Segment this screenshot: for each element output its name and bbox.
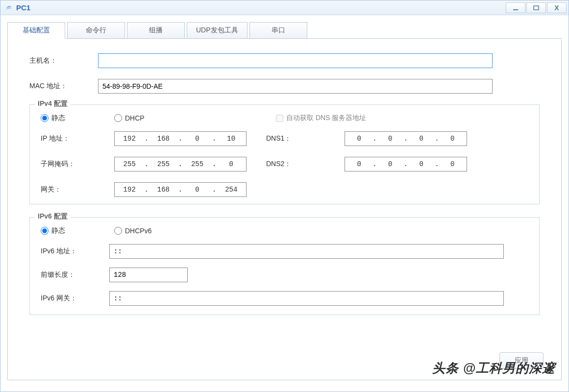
close-button[interactable]: X (547, 2, 567, 13)
subnet-mask-input[interactable]: 255. 255. 255. 0 (114, 157, 247, 172)
titlebar: PC1 X (0, 0, 569, 15)
tab-basic[interactable]: 基础配置 (7, 22, 65, 39)
hostname-label: 主机名： (29, 56, 98, 65)
hostname-input[interactable] (98, 53, 493, 68)
window-controls: X (506, 2, 567, 13)
app-window: PC1 X 基础配置 命令行 组播 UDP发包工具 串口 主机名： MAC 地址… (0, 0, 569, 392)
ipv6-static-radio[interactable] (41, 227, 49, 235)
ipv4-static-label: 静态 (51, 114, 65, 122)
ipv4-dhcp-label: DHCP (125, 114, 145, 122)
mac-input[interactable] (98, 79, 493, 94)
ipv6-fieldset: IPv6 配置 静态 DHCPv6 IPv6 地址： 前 (29, 217, 540, 315)
tab-multicast[interactable]: 组播 (127, 22, 185, 39)
ipv6-legend: IPv6 配置 (35, 212, 71, 221)
mac-label: MAC 地址： (29, 82, 98, 91)
ipv4-static-radio[interactable] (41, 114, 49, 122)
ipv6-gateway-input[interactable] (109, 291, 504, 306)
content: 基础配置 命令行 组播 UDP发包工具 串口 主机名： MAC 地址： IPv4… (0, 15, 569, 392)
auto-dns-checkbox[interactable] (276, 115, 283, 122)
ip-label: IP 地址： (41, 134, 95, 143)
tab-cmd[interactable]: 命令行 (67, 22, 125, 39)
dns2-label: DNS2： (266, 160, 325, 169)
apply-button[interactable]: 应用 (499, 352, 544, 369)
dns2-input[interactable]: 0. 0. 0. 0 (345, 157, 467, 172)
tab-bar: 基础配置 命令行 组播 UDP发包工具 串口 (7, 22, 562, 39)
tab-serial[interactable]: 串口 (249, 22, 307, 39)
ipv6-addr-label: IPv6 地址： (41, 247, 109, 256)
minimize-button[interactable] (506, 2, 525, 13)
auto-dns-label: 自动获取 DNS 服务器地址 (286, 114, 366, 122)
app-icon (4, 3, 13, 12)
ipv6-static-option[interactable]: 静态 (41, 226, 114, 235)
ipv6-address-input[interactable] (109, 244, 504, 259)
ip-address-input[interactable]: 192. 168. 0. 10 (114, 131, 247, 146)
gateway-input[interactable]: 192. 168. 0. 254 (114, 182, 247, 197)
ipv6-dhcp-option[interactable]: DHCPv6 (114, 227, 188, 235)
tab-udp[interactable]: UDP发包工具 (187, 22, 247, 39)
ipv4-dhcp-option[interactable]: DHCP (114, 114, 276, 122)
ipv6-prefix-label: 前缀长度： (41, 270, 109, 279)
ipv4-legend: IPv4 配置 (35, 99, 71, 108)
svg-rect-1 (534, 6, 539, 10)
maximize-button[interactable] (526, 2, 546, 13)
ipv4-dhcp-radio[interactable] (114, 114, 122, 122)
ipv4-fieldset: IPv4 配置 静态 DHCP 自动获取 DNS 服务器地址 (29, 104, 540, 204)
ipv4-static-option[interactable]: 静态 (41, 114, 114, 122)
ipv6-prefix-input[interactable] (109, 268, 188, 282)
dns1-input[interactable]: 0. 0. 0. 0 (345, 131, 467, 146)
ipv6-dhcp-radio[interactable] (114, 227, 122, 235)
mask-label: 子网掩码： (41, 160, 95, 169)
dns1-label: DNS1： (266, 134, 325, 143)
basic-panel: 主机名： MAC 地址： IPv4 配置 静态 DHCP (7, 38, 562, 380)
window-title: PC1 (16, 3, 506, 12)
gateway-label: 网关： (41, 185, 95, 194)
ipv6-static-label: 静态 (51, 226, 65, 235)
ipv6-gw-label: IPv6 网关： (41, 294, 109, 303)
auto-dns-option[interactable]: 自动获取 DNS 服务器地址 (276, 114, 366, 122)
ipv6-dhcp-label: DHCPv6 (125, 227, 151, 235)
